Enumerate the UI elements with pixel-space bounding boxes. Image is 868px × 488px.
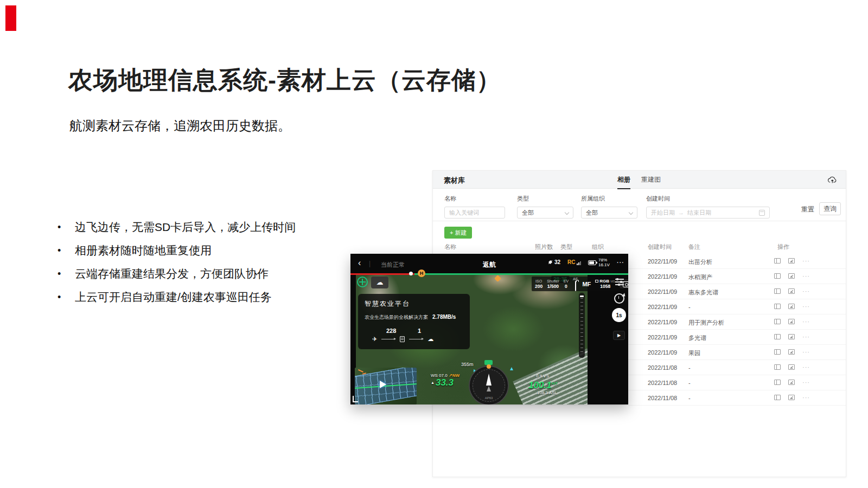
- cell-note: 水稻测产: [688, 273, 712, 281]
- tab-reconstruction[interactable]: 重建图: [641, 171, 661, 189]
- col-org: 组织: [592, 243, 604, 251]
- satellite-count: 32: [554, 259, 560, 265]
- cloud-upload-tooltip: 智慧农业平台 农业生态场景的全栈解决方案 2.78MB/s 228 1 ✈ ☁: [358, 294, 470, 349]
- filter-date: 创建时间 开始日期 → 结束日期: [646, 195, 770, 219]
- map-action-icon[interactable]: [774, 258, 781, 264]
- more-actions-icon[interactable]: ···: [802, 349, 810, 355]
- cell-note: 惠东多光谱: [688, 288, 718, 297]
- bullet-item: 云端存储重建结果分发，方便团队协作: [58, 268, 296, 280]
- more-actions-icon[interactable]: ···: [802, 304, 810, 309]
- stream-counter[interactable]: RGB MS 1058: [595, 279, 615, 289]
- filter-type-label: 类型: [517, 195, 573, 203]
- map-action-icon[interactable]: [774, 349, 781, 355]
- compass-home-dot: [487, 364, 491, 369]
- up-arrow-icon: ▲: [431, 381, 435, 384]
- reset-button[interactable]: 重置: [801, 205, 814, 214]
- ae-lock-setting[interactable]: AE: [573, 277, 578, 291]
- filter-name-label: 名称: [444, 195, 505, 203]
- bullet-item: 边飞边传，无需SD卡后导入，减少上传时间: [58, 221, 296, 233]
- bullet-item: 相册素材随时随地重复使用: [58, 245, 296, 256]
- sd-card-icon: [400, 336, 405, 342]
- map-action-icon[interactable]: [774, 304, 781, 309]
- cell-note: -: [688, 380, 691, 386]
- interval-timer-icon[interactable]: [614, 293, 624, 304]
- compass[interactable]: AP63: [469, 365, 509, 404]
- progress-dot: [409, 272, 413, 275]
- ev-setting[interactable]: EV 0: [564, 279, 569, 289]
- map-action-icon[interactable]: [774, 334, 781, 339]
- cell-created: 2022/11/09: [648, 288, 677, 295]
- new-button[interactable]: + 新建: [444, 227, 472, 239]
- upload-flow-diagram: ✈ ☁: [365, 336, 463, 343]
- filter-org: 所属组织 全部: [581, 195, 637, 219]
- map-action-icon[interactable]: [774, 288, 781, 294]
- table-header: 名称 照片数 类型 组织 创建时间 备注 操作: [433, 243, 846, 254]
- more-actions-icon[interactable]: ···: [802, 319, 810, 324]
- image-action-icon[interactable]: [788, 273, 795, 279]
- image-action-icon[interactable]: [788, 364, 795, 370]
- tab-album[interactable]: 相册: [617, 171, 630, 189]
- divider: [433, 221, 846, 221]
- flow-arrow-icon: [381, 339, 395, 339]
- search-button[interactable]: 查询: [819, 202, 841, 215]
- col-created: 创建时间: [648, 243, 672, 251]
- cloud-icon: ☁: [427, 336, 433, 343]
- keyword-input[interactable]: [444, 207, 505, 219]
- height-value: 33.3: [436, 377, 454, 388]
- minimap[interactable]: [355, 368, 417, 404]
- image-action-icon[interactable]: [788, 380, 795, 385]
- cell-created: 2022/11/09: [648, 334, 677, 341]
- image-action-icon[interactable]: [788, 288, 795, 294]
- focus-mode[interactable]: MF: [582, 281, 591, 287]
- filter-org-label: 所属组织: [581, 195, 637, 203]
- map-action-icon[interactable]: [774, 319, 781, 324]
- gimbal-status-icon[interactable]: [357, 277, 368, 287]
- storage-icon: [595, 280, 598, 282]
- altitude-value: 100.1: [528, 380, 552, 390]
- arrow-right-icon: →: [678, 209, 684, 216]
- date-range-picker[interactable]: 开始日期 → 结束日期: [646, 207, 770, 219]
- shutter-interval-button[interactable]: 1s: [612, 308, 626, 322]
- map-action-icon[interactable]: [774, 273, 781, 279]
- shutter-setting[interactable]: Shutter 1/500: [547, 279, 559, 289]
- map-action-icon[interactable]: [774, 395, 781, 400]
- type-select[interactable]: 全部: [517, 207, 573, 219]
- more-actions-icon[interactable]: ···: [802, 380, 810, 385]
- route-progress-bar: [350, 273, 628, 275]
- more-actions-icon[interactable]: ···: [802, 258, 810, 264]
- more-actions-icon[interactable]: ···: [802, 395, 810, 400]
- gimbal-pitch-slider[interactable]: [579, 293, 585, 358]
- hud-left-telemetry: WS 07.0 ↗NW ▲33.3: [431, 373, 459, 388]
- cell-note: -: [688, 304, 691, 310]
- col-photo-count: 照片数: [535, 243, 553, 251]
- more-menu-icon[interactable]: ···: [617, 259, 624, 266]
- cell-note: 用于测产分析: [688, 319, 724, 327]
- image-action-icon[interactable]: [788, 349, 795, 355]
- cloud-sync-icon[interactable]: ☁: [371, 277, 388, 288]
- playback-button[interactable]: ▶: [613, 331, 625, 340]
- image-action-icon[interactable]: [788, 395, 795, 400]
- image-action-icon[interactable]: [788, 319, 795, 324]
- image-action-icon[interactable]: [788, 304, 795, 309]
- more-actions-icon[interactable]: ···: [802, 288, 810, 294]
- col-note: 备注: [688, 243, 700, 251]
- more-actions-icon[interactable]: ···: [802, 273, 810, 279]
- more-actions-icon[interactable]: ···: [802, 334, 810, 339]
- more-actions-icon[interactable]: ···: [802, 364, 810, 370]
- org-select[interactable]: 全部: [581, 207, 637, 219]
- cell-created: 2022/11/09: [648, 258, 677, 265]
- image-action-icon[interactable]: [788, 258, 795, 264]
- distance-label: 355m: [461, 362, 474, 367]
- aircraft-cursor-icon: [380, 381, 386, 388]
- satellite-status: 32: [548, 259, 560, 265]
- image-action-icon[interactable]: [788, 334, 795, 339]
- tooltip-desc: 农业生态场景的全栈解决方案: [365, 314, 428, 321]
- cell-created: 2022/11/08: [648, 364, 677, 371]
- settings-sliders-icon[interactable]: [615, 279, 624, 287]
- aircraft-icon: ✈: [372, 336, 377, 343]
- map-action-icon[interactable]: [774, 364, 781, 370]
- cell-note: -: [688, 395, 691, 401]
- cloud-upload-icon[interactable]: [828, 176, 837, 185]
- iso-setting[interactable]: ISO 200: [535, 279, 542, 289]
- map-action-icon[interactable]: [774, 380, 781, 385]
